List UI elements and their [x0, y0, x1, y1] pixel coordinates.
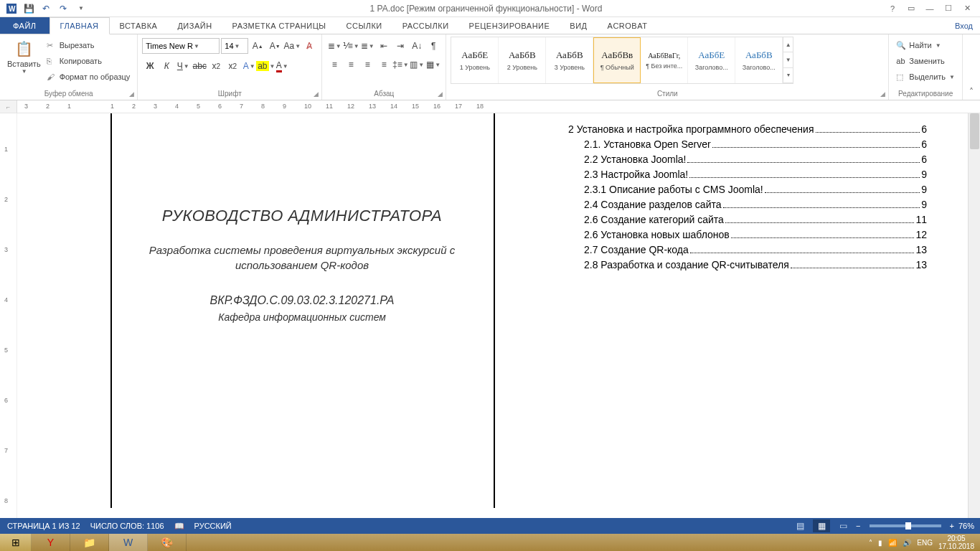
status-words[interactable]: ЧИСЛО СЛОВ: 1106 — [90, 522, 164, 531]
status-proofing-icon[interactable]: 📖 — [174, 522, 184, 531]
zoom-out-icon[interactable]: − — [856, 522, 860, 530]
sign-in-link[interactable]: Вход — [948, 17, 980, 34]
font-launcher-icon[interactable]: ◢ — [311, 90, 320, 98]
close-icon[interactable]: ✕ — [960, 1, 974, 16]
help-icon[interactable]: ? — [885, 1, 900, 16]
multilevel-icon[interactable]: ≣▼ — [359, 38, 375, 54]
tab-review[interactable]: РЕЦЕНЗИРОВАНИЕ — [459, 17, 560, 34]
view-print-icon[interactable]: ▦ — [813, 519, 830, 532]
tab-insert[interactable]: ВСТАВКА — [110, 17, 168, 34]
paragraph-launcher-icon[interactable]: ◢ — [435, 90, 444, 98]
undo-icon[interactable]: ↶ — [40, 3, 52, 14]
cut-button[interactable]: ✂Вырезать — [47, 38, 131, 52]
tray-lang[interactable]: ENG — [917, 539, 933, 547]
zoom-in-icon[interactable]: + — [950, 522, 954, 530]
vertical-scrollbar[interactable] — [968, 113, 980, 518]
decrease-indent-icon[interactable]: ⇤ — [376, 38, 392, 54]
ribbon-display-icon[interactable]: ▭ — [904, 1, 918, 16]
select-button[interactable]: ⬚Выделить▼ — [896, 70, 955, 84]
style-item-4[interactable]: АаБбВвГг,¶ Без инте... — [641, 37, 688, 83]
view-web-icon[interactable]: ▭ — [834, 519, 852, 532]
style-item-6[interactable]: АаБбВЗаголово... — [735, 37, 783, 83]
align-right-icon[interactable]: ≡ — [359, 57, 375, 72]
tab-layout[interactable]: РАЗМЕТКА СТРАНИЦЫ — [222, 17, 336, 34]
clear-formatting-icon[interactable]: A̷ — [301, 38, 317, 54]
taskbar-yandex[interactable]: Y — [32, 534, 70, 551]
scroll-thumb[interactable] — [970, 113, 979, 149]
save-icon[interactable]: 💾 — [23, 3, 34, 14]
style-item-2[interactable]: АаБбВ3 Уровень — [546, 37, 593, 83]
change-case-icon[interactable]: Aa▼ — [284, 38, 300, 54]
styles-launcher-icon[interactable]: ◢ — [878, 90, 887, 98]
tab-view[interactable]: ВИД — [560, 17, 597, 34]
collapse-ribbon-icon[interactable]: ˄ — [963, 34, 980, 100]
taskbar-word[interactable]: W — [109, 534, 148, 551]
word-app-icon[interactable]: W — [6, 3, 17, 14]
italic-button[interactable]: К — [159, 58, 174, 74]
copy-button[interactable]: ⎘Копировать — [47, 54, 131, 68]
tray-network-icon[interactable]: ▮ — [878, 539, 882, 547]
tray-up-icon[interactable]: ˄ — [869, 539, 872, 547]
minimize-icon[interactable]: — — [923, 1, 937, 16]
style-item-1[interactable]: АаБбВ2 Уровень — [499, 37, 546, 83]
paste-dropdown-icon[interactable]: ▼ — [22, 68, 27, 75]
tab-file[interactable]: ФАЙЛ — [0, 17, 50, 34]
tray-wifi-icon[interactable]: 📶 — [888, 539, 897, 547]
redo-icon[interactable]: ↷ — [57, 3, 69, 14]
increase-indent-icon[interactable]: ⇥ — [392, 38, 408, 54]
view-read-icon[interactable]: ▤ — [791, 519, 809, 532]
tab-references[interactable]: ССЫЛКИ — [336, 17, 392, 34]
superscript-button[interactable]: x2 — [225, 58, 240, 74]
justify-icon[interactable]: ≡ — [376, 57, 392, 72]
align-left-icon[interactable]: ≡ — [326, 57, 342, 72]
font-size-combo[interactable]: 14▼ — [221, 38, 248, 54]
format-painter-button[interactable]: 🖌Формат по образцу — [47, 70, 131, 84]
style-item-0[interactable]: АаБбЕ1 Уровень — [451, 37, 499, 83]
show-marks-icon[interactable]: ¶ — [425, 38, 441, 54]
shading-icon[interactable]: ▥▼ — [409, 57, 425, 72]
find-button[interactable]: 🔍Найти▼ — [896, 38, 955, 52]
clipboard-launcher-icon[interactable]: ◢ — [127, 90, 136, 98]
taskbar-explorer[interactable]: 📁 — [70, 534, 109, 551]
qat-dropdown-icon[interactable]: ▼ — [75, 3, 87, 14]
strikethrough-button[interactable]: abc — [192, 58, 207, 74]
status-page[interactable]: СТРАНИЦА 1 ИЗ 12 — [7, 522, 80, 531]
font-color-icon[interactable]: A▼ — [274, 58, 290, 74]
status-language[interactable]: РУССКИЙ — [194, 522, 232, 531]
style-item-3[interactable]: АаБбВв¶ Обычный — [593, 37, 641, 83]
gallery-scroll-btn-2[interactable]: ▾ — [783, 68, 793, 83]
start-button[interactable]: ⊞ — [0, 534, 32, 551]
borders-icon[interactable]: ▦▼ — [425, 57, 441, 72]
tab-acrobat[interactable]: ACROBAT — [598, 17, 658, 34]
taskbar-paint[interactable]: 🎨 — [148, 534, 187, 551]
align-center-icon[interactable]: ≡ — [343, 57, 359, 72]
pages-container[interactable]: РУКОВОДСТВО АДМИНИСТРАТОРА Разработка си… — [17, 113, 968, 518]
tab-mailings[interactable]: РАССЫЛКИ — [392, 17, 459, 34]
gallery-scroll-btn-1[interactable]: ▼ — [783, 52, 793, 67]
zoom-value[interactable]: 76% — [958, 522, 974, 530]
sort-icon[interactable]: A↓ — [409, 38, 425, 54]
style-item-5[interactable]: АаБбЕЗаголово... — [688, 37, 735, 83]
replace-button[interactable]: abЗаменить — [896, 54, 955, 68]
highlight-icon[interactable]: ab▼ — [258, 58, 273, 74]
tab-design[interactable]: ДИЗАЙН — [167, 17, 222, 34]
paste-icon[interactable]: 📋 — [12, 38, 35, 60]
text-effects-icon[interactable]: A▼ — [241, 58, 257, 74]
grow-font-icon[interactable]: A▲ — [250, 38, 265, 54]
tray-clock[interactable]: 20:05 17.10.2018 — [938, 534, 974, 550]
shrink-font-icon[interactable]: A▼ — [267, 38, 283, 54]
tray-volume-icon[interactable]: 🔊 — [903, 539, 911, 547]
font-name-combo[interactable]: Times New R▼ — [142, 38, 220, 54]
maximize-icon[interactable]: ☐ — [941, 1, 956, 16]
paste-button[interactable]: Вставить — [7, 60, 41, 68]
numbering-icon[interactable]: ⅟≡▼ — [343, 38, 359, 54]
vertical-ruler[interactable]: 12345678 — [0, 113, 17, 518]
tab-home[interactable]: ГЛАВНАЯ — [50, 17, 110, 34]
bullets-icon[interactable]: ≣▼ — [326, 38, 342, 54]
zoom-slider[interactable] — [870, 524, 941, 527]
zoom-thumb[interactable] — [905, 522, 911, 529]
horizontal-ruler[interactable]: ⌐ 321123456789101112131415161718 — [0, 100, 980, 113]
bold-button[interactable]: Ж — [142, 58, 158, 74]
line-spacing-icon[interactable]: ‡≡▼ — [392, 57, 408, 72]
gallery-scroll-btn-0[interactable]: ▲ — [783, 37, 793, 52]
